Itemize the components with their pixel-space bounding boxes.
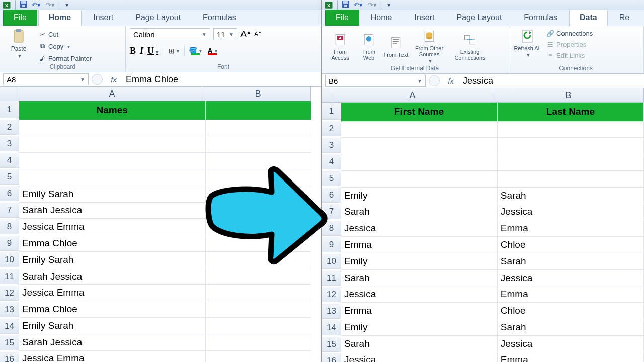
row-header[interactable]: 4: [0, 153, 19, 168]
save-icon[interactable]: [20, 0, 28, 10]
cell[interactable]: [205, 136, 311, 153]
tab-page-layout[interactable]: Page Layout: [446, 10, 512, 26]
row-header[interactable]: 16: [322, 353, 341, 362]
cut-button[interactable]: ✂Cut: [38, 30, 92, 38]
row-header[interactable]: 8: [322, 221, 341, 236]
cell[interactable]: [205, 318, 311, 334]
row-header[interactable]: 15: [0, 335, 19, 350]
tab-formulas[interactable]: Formulas: [192, 10, 247, 26]
grow-font-icon[interactable]: A▲: [240, 29, 251, 40]
cell[interactable]: Jessica: [497, 204, 643, 220]
spreadsheet-grid[interactable]: AB 123456789101112131415161718 First Nam…: [322, 88, 644, 362]
cell[interactable]: [205, 120, 311, 136]
row-header[interactable]: 1: [322, 103, 341, 120]
font-color-button[interactable]: A▾: [206, 45, 219, 56]
tab-page-layout[interactable]: Page Layout: [125, 10, 191, 26]
fx-icon[interactable]: fx: [442, 77, 460, 85]
font-name-select[interactable]: Calibri▼: [130, 28, 210, 40]
save-icon[interactable]: [342, 0, 350, 10]
cell[interactable]: [205, 251, 311, 268]
row-header[interactable]: 12: [0, 286, 19, 301]
qat-dropdown-icon[interactable]: ▾: [64, 1, 70, 9]
cell[interactable]: [205, 350, 311, 362]
row-header[interactable]: 3: [322, 138, 341, 153]
cell[interactable]: Emma: [341, 237, 497, 253]
row-header[interactable]: 5: [0, 169, 19, 185]
cell[interactable]: Jessica: [341, 352, 497, 362]
cell[interactable]: Sarah: [341, 269, 497, 286]
cell[interactable]: Sarah Jessica: [19, 268, 205, 285]
cell[interactable]: [205, 219, 311, 235]
row-header[interactable]: 14: [322, 320, 341, 335]
row-header[interactable]: 9: [322, 237, 341, 252]
tab-file[interactable]: File: [3, 10, 37, 26]
connections-button[interactable]: 🔗Connections: [546, 29, 593, 37]
format-painter-button[interactable]: 🖌Format Painter: [38, 54, 92, 62]
bold-button[interactable]: B: [130, 46, 136, 56]
cell[interactable]: Emily: [341, 319, 497, 336]
borders-button[interactable]: ⊞▾: [167, 45, 180, 56]
tab-formulas[interactable]: Formulas: [513, 10, 568, 26]
cell[interactable]: Emily Sarah: [19, 251, 205, 268]
cell[interactable]: Sarah Jessica: [19, 202, 205, 219]
cell[interactable]: [497, 121, 643, 138]
cell[interactable]: Sarah: [497, 319, 643, 336]
row-header[interactable]: 10: [0, 252, 19, 267]
cell[interactable]: [497, 138, 643, 154]
from-web-button[interactable]: From Web: [356, 32, 381, 61]
cell[interactable]: [341, 154, 497, 171]
cell[interactable]: Jessica Emma: [19, 219, 205, 235]
formula-value[interactable]: Jessica: [460, 76, 644, 86]
column-header[interactable]: A: [332, 88, 493, 103]
cell[interactable]: Emma: [497, 352, 643, 362]
cell[interactable]: Emma: [497, 220, 643, 237]
cell[interactable]: [19, 136, 205, 153]
column-header[interactable]: B: [493, 88, 644, 103]
cell[interactable]: Sarah: [341, 335, 497, 352]
tab-review[interactable]: Re: [609, 10, 633, 26]
column-header[interactable]: A: [19, 87, 205, 101]
font-size-select[interactable]: 11▼: [213, 28, 237, 40]
paste-button[interactable]: Paste ▼: [4, 28, 33, 59]
row-header[interactable]: 13: [0, 302, 19, 317]
cell[interactable]: Jessica: [497, 269, 643, 286]
cell[interactable]: [205, 268, 311, 285]
redo-icon[interactable]: ↷▾: [45, 1, 56, 9]
from-access-button[interactable]: AFrom Access: [326, 32, 354, 61]
formula-value[interactable]: Emma Chloe: [123, 74, 321, 85]
cell[interactable]: Jessica Emma: [19, 350, 205, 362]
cell[interactable]: Jessica: [341, 286, 497, 303]
underline-button[interactable]: U▾: [147, 46, 158, 56]
tab-home[interactable]: Home: [38, 10, 82, 26]
undo-icon[interactable]: ↶▾: [31, 1, 42, 9]
row-header[interactable]: 2: [0, 120, 19, 135]
qat-dropdown-icon[interactable]: ▾: [386, 1, 392, 9]
cell[interactable]: [19, 169, 205, 186]
cell[interactable]: Emma: [341, 303, 497, 319]
name-box[interactable]: A8▼: [3, 73, 89, 85]
cell[interactable]: [205, 186, 311, 202]
cell[interactable]: Emily: [341, 253, 497, 269]
cell[interactable]: [341, 138, 497, 154]
copy-button[interactable]: ⧉Copy▾: [38, 42, 92, 50]
cell[interactable]: [341, 171, 497, 188]
cell[interactable]: [205, 301, 311, 318]
tab-home[interactable]: Home: [360, 10, 403, 26]
fx-icon[interactable]: fx: [105, 75, 123, 84]
cell[interactable]: Jessica Emma: [19, 285, 205, 301]
cell[interactable]: [19, 153, 205, 169]
row-header[interactable]: 6: [322, 188, 341, 203]
cell[interactable]: Chloe: [497, 237, 643, 253]
refresh-all-button[interactable]: Refresh All▼: [512, 28, 542, 58]
from-other-sources-button[interactable]: From Other Sources▼: [411, 28, 448, 64]
cell[interactable]: Emma: [497, 286, 643, 303]
cell[interactable]: Emily: [341, 187, 497, 204]
cell[interactable]: [205, 285, 311, 301]
row-header[interactable]: 9: [0, 236, 19, 251]
row-header[interactable]: 5: [322, 171, 341, 186]
row-header[interactable]: 6: [0, 186, 19, 201]
cell[interactable]: Emma Chloe: [19, 301, 205, 318]
tab-insert[interactable]: Insert: [404, 10, 445, 26]
shrink-font-icon[interactable]: A▼: [254, 31, 262, 38]
row-header[interactable]: 13: [322, 304, 341, 319]
